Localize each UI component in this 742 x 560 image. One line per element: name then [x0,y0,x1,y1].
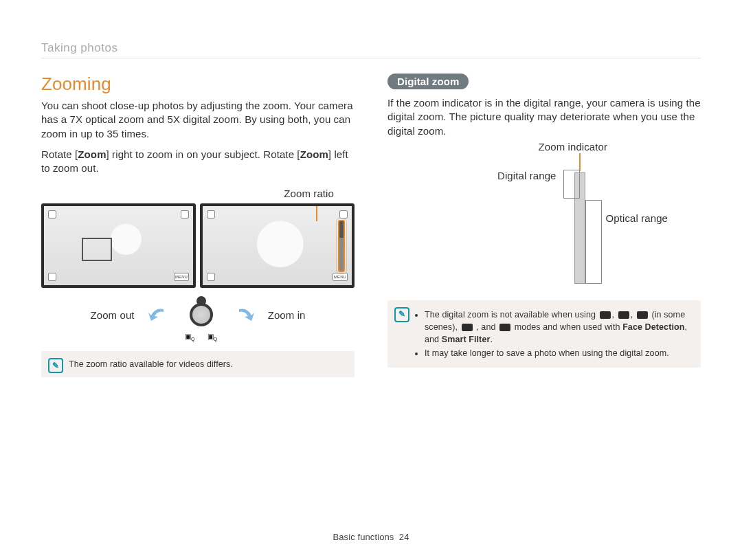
right-column: Digital zoom If the zoom indicator is in… [387,74,701,377]
breadcrumb: Taking photos [41,41,701,58]
arrow-left-icon [148,307,168,322]
zoom-range-diagram: Digital range Zoom indicator Optical ran… [497,153,701,284]
note-item: It may take longer to save a photo when … [425,347,691,359]
zoom-indicator-leader [579,153,581,171]
optical-range-bracket [585,200,602,284]
zoom-in-label: Zoom in [268,309,306,321]
zoom-indicator-label: Zoom indicator [539,141,608,153]
zoom-out-label: Zoom out [90,309,134,321]
digital-range-label: Digital range [497,170,556,181]
zoom-diagram: Zoom ratio MENU MENU [41,188,355,335]
optical-range-label: Optical range [606,212,668,224]
osd-icon [181,210,189,219]
osd-icon [339,210,348,219]
osd-icon [207,210,215,219]
zoom-dial-diagram: Zoom out ▣Q▣Q Zoom in [41,295,355,335]
digital-range-bracket [563,170,580,199]
mode-icon [600,311,611,319]
note-icon: ✎ [394,307,409,322]
mode-icon [462,324,473,331]
zooming-intro: You can shoot close-up photos by adjusti… [41,99,355,141]
osd-icon [48,273,56,281]
content-columns: Zooming You can shoot close-up photos by… [41,74,701,377]
section-heading-zooming: Zooming [41,74,355,95]
mode-icon [618,311,629,319]
zooming-instruction: Rotate [Zoom] right to zoom in on your s… [41,148,355,176]
note-icon: ✎ [48,358,63,373]
menu-label: MENU [333,273,348,281]
note-item: The digital zoom is not available when u… [425,309,691,346]
autofocus-frame [82,238,112,261]
zoom-dial-icon: ▣Q▣Q [181,295,221,335]
osd-icon [48,210,56,219]
note-digital-zoom: ✎ The digital zoom is not available when… [387,300,701,368]
left-column: Zooming You can shoot close-up photos by… [41,74,355,377]
page-footer: Basic functions 24 [0,532,742,542]
camera-preview-wide: MENU [41,203,196,288]
mode-icon [499,324,510,331]
osd-icon [207,273,215,281]
zoom-ratio-bar [338,220,345,272]
mode-icon [637,311,648,319]
arrow-right-icon [235,307,254,322]
digital-zoom-heading: Digital zoom [387,74,469,89]
digital-zoom-intro: If the zoom indicator is in the digital … [387,96,701,138]
zoom-ratio-label: Zoom ratio [41,188,334,199]
camera-preview-zoomed: MENU [200,203,355,288]
menu-label: MENU [174,273,189,281]
note-zoom-ratio-video: ✎ The zoom ratio available for videos di… [41,351,355,377]
